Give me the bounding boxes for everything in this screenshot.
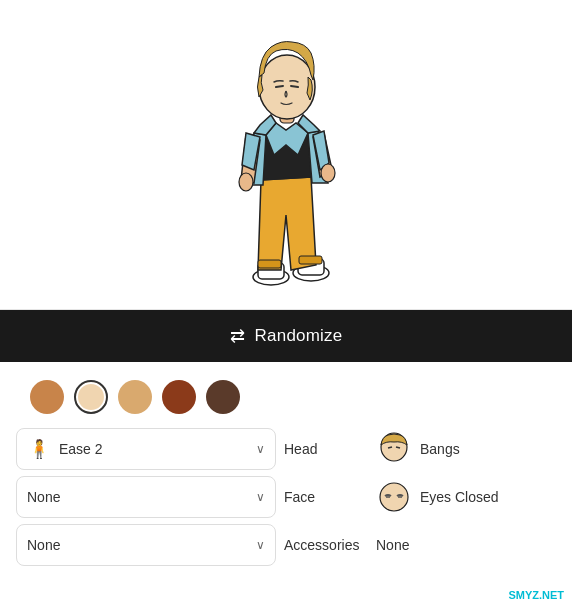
accessories-none-label: None	[376, 537, 409, 553]
character-preview	[0, 0, 572, 310]
bangs-label: Bangs	[420, 441, 460, 457]
accessories-dropdown-chevron: ∨	[256, 538, 265, 552]
svg-line-15	[388, 447, 392, 448]
accessories-dropdown-value: None	[27, 537, 248, 553]
controls-row-head: 🧍 Ease 2 ∨ Head Bangs	[16, 428, 556, 470]
skin-color-swatches	[0, 362, 572, 428]
ease-dropdown[interactable]: 🧍 Ease 2 ∨	[16, 428, 276, 470]
svg-point-9	[321, 164, 335, 182]
skin-swatch-0[interactable]	[30, 380, 64, 414]
accessories-value: None	[376, 524, 556, 566]
watermark: SMYZ.NET	[508, 589, 564, 601]
svg-rect-6	[258, 260, 281, 268]
face-dropdown-chevron: ∨	[256, 490, 265, 504]
bangs-icon	[376, 431, 412, 467]
svg-point-8	[239, 173, 253, 191]
svg-point-11	[259, 55, 315, 119]
face-dropdown-value: None	[27, 489, 248, 505]
controls-grid: 🧍 Ease 2 ∨ Head Bangs None ∨	[0, 428, 572, 582]
svg-point-17	[380, 483, 408, 511]
skin-swatch-3[interactable]	[162, 380, 196, 414]
controls-row-face: None ∨ Face Eyes Closed	[16, 476, 556, 518]
head-value: Bangs	[376, 428, 556, 470]
shuffle-icon: ⇄	[230, 325, 245, 347]
skin-swatch-2[interactable]	[118, 380, 152, 414]
ease-dropdown-chevron: ∨	[256, 442, 265, 456]
eyes-closed-label: Eyes Closed	[420, 489, 499, 505]
head-label: Head	[276, 428, 376, 470]
skin-swatch-1[interactable]	[74, 380, 108, 414]
ease-dropdown-icon: 🧍	[27, 433, 51, 465]
skin-swatch-4[interactable]	[206, 380, 240, 414]
face-value: Eyes Closed	[376, 476, 556, 518]
svg-line-13	[291, 86, 298, 87]
svg-rect-7	[299, 256, 322, 264]
eyes-closed-icon	[376, 479, 412, 515]
randomize-button[interactable]: ⇄ Randomize	[0, 310, 572, 362]
accessories-label: Accessories	[276, 524, 376, 566]
svg-line-12	[276, 86, 283, 87]
accessories-dropdown[interactable]: None ∨	[16, 524, 276, 566]
ease-dropdown-value: Ease 2	[59, 441, 248, 457]
controls-row-accessories: None ∨ Accessories None	[16, 524, 556, 566]
svg-line-16	[396, 447, 400, 448]
face-dropdown[interactable]: None ∨	[16, 476, 276, 518]
face-label: Face	[276, 476, 376, 518]
randomize-label: Randomize	[255, 326, 343, 346]
